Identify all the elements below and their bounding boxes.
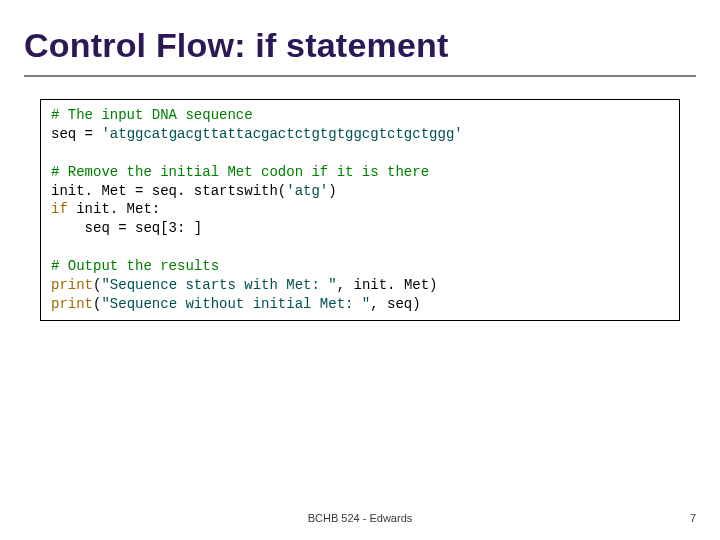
title-underline [24,75,696,77]
code-string: 'atg' [286,183,328,199]
code-block: # The input DNA sequence seq = 'atggcatg… [40,99,680,321]
code-comment: # Remove the initial Met codon if it is … [51,164,429,180]
code-text: seq = [51,126,101,142]
code-keyword: print [51,277,93,293]
slide: Control Flow: if statement # The input D… [0,0,720,540]
code-keyword: print [51,296,93,312]
code-text: , init. Met) [337,277,438,293]
code-string: "Sequence without initial Met: " [101,296,370,312]
code-comment: # The input DNA sequence [51,107,253,123]
page-number: 7 [690,512,696,524]
slide-title: Control Flow: if statement [24,26,696,65]
code-text: init. Met = seq. startswith( [51,183,286,199]
code-text: seq = seq[3: ] [51,220,202,236]
code-text: , seq) [370,296,420,312]
code-text: ) [328,183,336,199]
code-comment: # Output the results [51,258,219,274]
title-area: Control Flow: if statement [0,0,720,77]
code-string: "Sequence starts with Met: " [101,277,336,293]
code-string: 'atggcatgacgttattacgactctgtgtggcgtctgctg… [101,126,462,142]
code-keyword: if [51,201,68,217]
code-text: init. Met: [68,201,160,217]
slide-footer: BCHB 524 - Edwards [0,512,720,524]
